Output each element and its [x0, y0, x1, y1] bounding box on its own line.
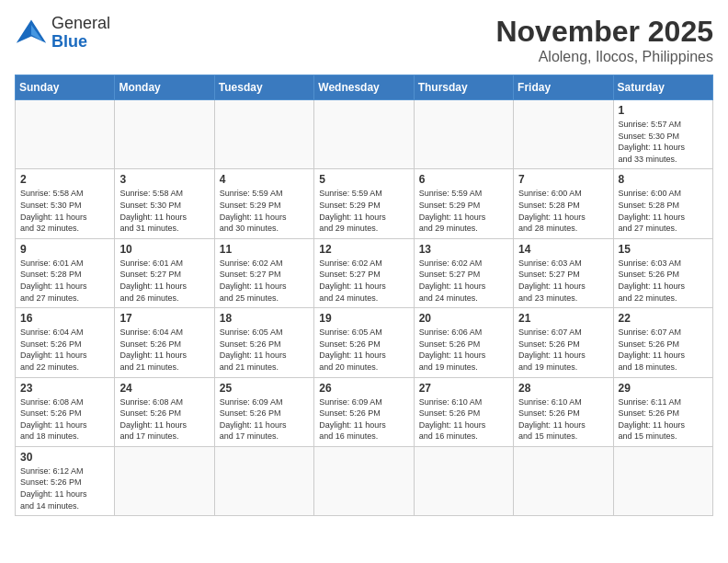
- calendar-cell: [613, 446, 712, 515]
- day-number: 5: [319, 173, 408, 186]
- day-number: 10: [119, 243, 209, 256]
- calendar-cell: 27Sunrise: 6:10 AM Sunset: 5:26 PM Dayli…: [414, 377, 513, 446]
- calendar-cell: 19Sunrise: 6:05 AM Sunset: 5:26 PM Dayli…: [314, 308, 414, 377]
- day-info: Sunrise: 6:04 AM Sunset: 5:26 PM Dayligh…: [20, 327, 109, 373]
- day-info: Sunrise: 6:07 AM Sunset: 5:26 PM Dayligh…: [518, 327, 608, 373]
- calendar-cell: [115, 100, 214, 169]
- calendar-week-row: 23Sunrise: 6:08 AM Sunset: 5:26 PM Dayli…: [16, 377, 713, 446]
- calendar-cell: 16Sunrise: 6:04 AM Sunset: 5:26 PM Dayli…: [16, 308, 115, 377]
- day-info: Sunrise: 6:10 AM Sunset: 5:26 PM Dayligh…: [518, 396, 608, 442]
- calendar-cell: 2Sunrise: 5:58 AM Sunset: 5:30 PM Daylig…: [16, 169, 115, 238]
- calendar-cell: 12Sunrise: 6:02 AM Sunset: 5:27 PM Dayli…: [314, 238, 414, 307]
- day-info: Sunrise: 6:03 AM Sunset: 5:27 PM Dayligh…: [518, 258, 608, 304]
- calendar-cell: [214, 100, 313, 169]
- day-number: 25: [220, 382, 309, 395]
- day-number: 22: [619, 312, 708, 325]
- day-number: 27: [419, 382, 508, 395]
- day-number: 3: [119, 173, 209, 186]
- day-info: Sunrise: 6:10 AM Sunset: 5:26 PM Dayligh…: [419, 396, 508, 442]
- weekday-header-saturday: Saturday: [613, 75, 712, 100]
- calendar-cell: 21Sunrise: 6:07 AM Sunset: 5:26 PM Dayli…: [514, 308, 613, 377]
- calendar-cell: 11Sunrise: 6:02 AM Sunset: 5:27 PM Dayli…: [214, 238, 313, 307]
- day-number: 18: [220, 312, 309, 325]
- day-number: 17: [119, 312, 209, 325]
- day-info: Sunrise: 6:01 AM Sunset: 5:27 PM Dayligh…: [119, 258, 209, 304]
- day-info: Sunrise: 6:00 AM Sunset: 5:28 PM Dayligh…: [518, 188, 608, 234]
- day-info: Sunrise: 6:04 AM Sunset: 5:26 PM Dayligh…: [119, 327, 209, 373]
- day-info: Sunrise: 6:01 AM Sunset: 5:28 PM Dayligh…: [20, 258, 109, 304]
- day-info: Sunrise: 5:59 AM Sunset: 5:29 PM Dayligh…: [220, 188, 309, 234]
- day-number: 29: [619, 382, 708, 395]
- calendar-cell: 1Sunrise: 5:57 AM Sunset: 5:30 PM Daylig…: [613, 100, 712, 169]
- day-number: 26: [319, 382, 408, 395]
- calendar-cell: 23Sunrise: 6:08 AM Sunset: 5:26 PM Dayli…: [16, 377, 115, 446]
- calendar-cell: 6Sunrise: 5:59 AM Sunset: 5:29 PM Daylig…: [414, 169, 513, 238]
- day-info: Sunrise: 6:00 AM Sunset: 5:28 PM Dayligh…: [619, 188, 708, 234]
- day-number: 16: [20, 312, 109, 325]
- day-number: 1: [619, 104, 708, 117]
- logo-text: General Blue: [51, 15, 110, 52]
- calendar-cell: 10Sunrise: 6:01 AM Sunset: 5:27 PM Dayli…: [115, 238, 214, 307]
- day-info: Sunrise: 6:11 AM Sunset: 5:26 PM Dayligh…: [619, 396, 708, 442]
- day-number: 30: [20, 451, 109, 464]
- calendar-cell: [214, 446, 313, 515]
- calendar-week-row: 16Sunrise: 6:04 AM Sunset: 5:26 PM Dayli…: [16, 308, 713, 377]
- location-title: Aloleng, Ilocos, Philippines: [495, 49, 713, 65]
- day-info: Sunrise: 6:02 AM Sunset: 5:27 PM Dayligh…: [419, 258, 508, 304]
- general-blue-logo-icon: [15, 17, 48, 50]
- calendar-cell: 26Sunrise: 6:09 AM Sunset: 5:26 PM Dayli…: [314, 377, 414, 446]
- calendar-week-row: 1Sunrise: 5:57 AM Sunset: 5:30 PM Daylig…: [16, 100, 713, 169]
- calendar-cell: 3Sunrise: 5:58 AM Sunset: 5:30 PM Daylig…: [115, 169, 214, 238]
- day-info: Sunrise: 5:57 AM Sunset: 5:30 PM Dayligh…: [619, 119, 708, 165]
- day-info: Sunrise: 6:03 AM Sunset: 5:26 PM Dayligh…: [619, 258, 708, 304]
- calendar-cell: 14Sunrise: 6:03 AM Sunset: 5:27 PM Dayli…: [514, 238, 613, 307]
- day-number: 24: [119, 382, 209, 395]
- weekday-header-friday: Friday: [514, 75, 613, 100]
- day-number: 7: [518, 173, 608, 186]
- calendar-cell: 17Sunrise: 6:04 AM Sunset: 5:26 PM Dayli…: [115, 308, 214, 377]
- weekday-header-tuesday: Tuesday: [214, 75, 313, 100]
- day-info: Sunrise: 6:12 AM Sunset: 5:26 PM Dayligh…: [20, 465, 109, 511]
- header: General Blue November 2025 Aloleng, Iloc…: [15, 15, 713, 65]
- day-info: Sunrise: 6:06 AM Sunset: 5:26 PM Dayligh…: [419, 327, 508, 373]
- calendar-cell: 18Sunrise: 6:05 AM Sunset: 5:26 PM Dayli…: [214, 308, 313, 377]
- day-number: 20: [419, 312, 508, 325]
- calendar-cell: 7Sunrise: 6:00 AM Sunset: 5:28 PM Daylig…: [514, 169, 613, 238]
- day-number: 13: [419, 243, 508, 256]
- day-info: Sunrise: 6:02 AM Sunset: 5:27 PM Dayligh…: [220, 258, 309, 304]
- day-number: 12: [319, 243, 408, 256]
- day-info: Sunrise: 6:08 AM Sunset: 5:26 PM Dayligh…: [20, 396, 109, 442]
- calendar-cell: [514, 446, 613, 515]
- calendar-cell: 15Sunrise: 6:03 AM Sunset: 5:26 PM Dayli…: [613, 238, 712, 307]
- weekday-header-monday: Monday: [115, 75, 214, 100]
- day-number: 15: [619, 243, 708, 256]
- calendar-cell: [414, 100, 513, 169]
- calendar-cell: 9Sunrise: 6:01 AM Sunset: 5:28 PM Daylig…: [16, 238, 115, 307]
- calendar-cell: [414, 446, 513, 515]
- calendar-cell: 20Sunrise: 6:06 AM Sunset: 5:26 PM Dayli…: [414, 308, 513, 377]
- day-number: 2: [20, 173, 109, 186]
- day-number: 6: [419, 173, 508, 186]
- day-info: Sunrise: 6:08 AM Sunset: 5:26 PM Dayligh…: [119, 396, 209, 442]
- day-info: Sunrise: 6:05 AM Sunset: 5:26 PM Dayligh…: [220, 327, 309, 373]
- calendar-cell: [314, 100, 414, 169]
- day-number: 9: [20, 243, 109, 256]
- calendar-cell: [115, 446, 214, 515]
- calendar-cell: 24Sunrise: 6:08 AM Sunset: 5:26 PM Dayli…: [115, 377, 214, 446]
- day-info: Sunrise: 6:09 AM Sunset: 5:26 PM Dayligh…: [319, 396, 408, 442]
- calendar-week-row: 9Sunrise: 6:01 AM Sunset: 5:28 PM Daylig…: [16, 238, 713, 307]
- calendar-cell: 4Sunrise: 5:59 AM Sunset: 5:29 PM Daylig…: [214, 169, 313, 238]
- calendar-cell: 22Sunrise: 6:07 AM Sunset: 5:26 PM Dayli…: [613, 308, 712, 377]
- weekday-header-wednesday: Wednesday: [314, 75, 414, 100]
- day-number: 11: [220, 243, 309, 256]
- day-number: 14: [518, 243, 608, 256]
- day-info: Sunrise: 6:09 AM Sunset: 5:26 PM Dayligh…: [220, 396, 309, 442]
- day-number: 4: [220, 173, 309, 186]
- calendar-cell: 5Sunrise: 5:59 AM Sunset: 5:29 PM Daylig…: [314, 169, 414, 238]
- calendar-cell: 28Sunrise: 6:10 AM Sunset: 5:26 PM Dayli…: [514, 377, 613, 446]
- day-number: 23: [20, 382, 109, 395]
- calendar-cell: [514, 100, 613, 169]
- calendar-cell: 29Sunrise: 6:11 AM Sunset: 5:26 PM Dayli…: [613, 377, 712, 446]
- day-info: Sunrise: 5:58 AM Sunset: 5:30 PM Dayligh…: [119, 188, 209, 234]
- day-number: 8: [619, 173, 708, 186]
